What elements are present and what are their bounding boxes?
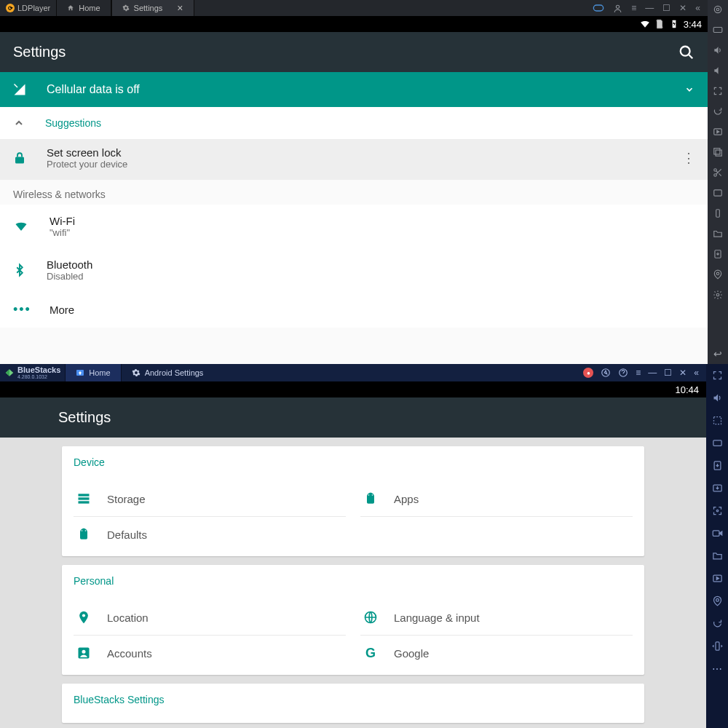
svg-rect-10 [716, 150, 721, 156]
crop-icon[interactable] [712, 415, 723, 426]
install-apk-icon[interactable] [712, 460, 723, 471]
svg-point-25 [372, 494, 373, 496]
location-icon[interactable] [712, 596, 723, 606]
bluestacks-version: 4.280.0.1032 [17, 374, 60, 379]
location-sidebar-icon[interactable] [713, 269, 723, 280]
ldplayer-brand: ⟳ LDPlayer [0, 4, 56, 12]
ldplayer-toolbar-sidebar: ↩ [708, 0, 728, 364]
keyboard-controls-icon[interactable] [712, 438, 723, 448]
bs-minimize-icon[interactable]: — [648, 368, 657, 378]
search-icon[interactable] [678, 44, 695, 60]
maximize-icon[interactable]: ☐ [662, 3, 670, 13]
card-personal-head: Personal [74, 575, 633, 587]
bs-tab-android-settings[interactable]: Android Settings [121, 364, 214, 381]
screen-lock-sub: Protect your device [47, 159, 127, 170]
more-dots-icon[interactable]: ⋮ [682, 150, 695, 166]
setting-wifi[interactable]: Wi-Fi "wifi" [0, 205, 708, 248]
card-device-head: Device [74, 456, 633, 468]
tab-settings[interactable]: Settings × [111, 0, 194, 16]
play-icon[interactable] [713, 127, 723, 137]
suggestions-header[interactable]: Suggestions [0, 107, 708, 139]
rotate-icon[interactable] [712, 618, 723, 629]
screen-lock-title: Set screen lock [47, 146, 127, 159]
svg-rect-13 [714, 190, 722, 196]
notification-badge-icon[interactable]: ● [583, 368, 593, 378]
chevron-up-icon [13, 117, 25, 129]
item-defaults[interactable]: Defaults [74, 517, 346, 552]
card-device: Device Storage Apps Defaults [62, 446, 644, 556]
tab-home[interactable]: Home [56, 0, 111, 16]
card-bluestacks-settings: BlueStacks Settings [62, 684, 644, 723]
no-sim-icon [654, 19, 665, 29]
bluestacks-logo-icon [4, 368, 15, 378]
svg-point-3 [681, 46, 690, 55]
shake-icon[interactable] [712, 641, 723, 652]
item-accounts[interactable]: Accounts [74, 636, 346, 670]
compass-icon[interactable] [601, 368, 611, 378]
user-icon[interactable] [613, 4, 622, 13]
cellular-banner-label: Cellular data is off [47, 83, 140, 96]
more-title: More [50, 304, 74, 316]
screenshot-sidebar-icon[interactable] [713, 188, 723, 198]
item-location[interactable]: Location [74, 600, 346, 636]
minimize-icon[interactable]: — [645, 3, 654, 13]
bluestacks-brand: BlueStacks 4.280.0.1032 [0, 366, 65, 379]
battery-charging-icon [669, 19, 679, 29]
screenshot-icon[interactable] [712, 483, 723, 494]
svg-rect-4 [15, 157, 24, 164]
return-icon[interactable]: ↩ [713, 348, 722, 360]
bs-tab-home[interactable]: Home [65, 364, 120, 381]
target-icon[interactable] [713, 4, 723, 15]
gear-icon [122, 4, 130, 12]
refresh-icon[interactable] [713, 106, 723, 116]
tab-close-icon[interactable]: × [177, 2, 183, 14]
more-tools-icon[interactable]: ⋯ [712, 663, 722, 675]
folder-icon[interactable] [712, 550, 723, 561]
svg-rect-37 [713, 531, 719, 537]
item-language[interactable]: Language & input [360, 600, 633, 636]
settings-sidebar-icon[interactable] [713, 290, 723, 300]
bs-close-icon[interactable]: ✕ [679, 368, 687, 378]
svg-rect-23 [79, 501, 90, 503]
fullscreen-icon[interactable] [713, 86, 723, 96]
volume-icon[interactable] [712, 392, 723, 403]
svg-point-1 [617, 5, 620, 8]
svg-point-17 [716, 293, 719, 296]
macro-icon[interactable] [712, 573, 723, 584]
setting-bluetooth[interactable]: Bluetooth Disabled [0, 248, 708, 292]
collapse-sidebar-icon[interactable]: « [695, 3, 700, 13]
card-bs-settings-head: BlueStacks Settings [74, 694, 633, 705]
scissors-icon[interactable] [713, 167, 723, 178]
suggestion-screen-lock[interactable]: Set screen lock Protect your device ⋮ [0, 139, 708, 180]
help-icon[interactable] [618, 368, 628, 378]
phone-rotate-icon[interactable] [713, 208, 723, 218]
bs-collapse-icon[interactable]: « [694, 368, 699, 378]
bs-menu-icon[interactable]: ≡ [636, 368, 641, 378]
menu-icon[interactable]: ≡ [631, 3, 636, 13]
item-apps[interactable]: Apps [360, 481, 633, 517]
svg-point-12 [714, 174, 717, 177]
ldplayer-logo-icon: ⟳ [6, 4, 15, 12]
focus-icon[interactable] [712, 505, 723, 516]
apk-icon[interactable] [713, 249, 723, 259]
item-google[interactable]: G Google [360, 636, 633, 670]
wifi-icon [640, 19, 650, 29]
close-window-icon[interactable]: ✕ [679, 3, 687, 13]
multi-window-icon[interactable] [713, 147, 723, 157]
globe-icon [363, 610, 378, 625]
volume-icon[interactable] [713, 45, 723, 55]
android-icon [76, 527, 91, 542]
folder-sidebar-icon[interactable] [713, 229, 723, 239]
item-storage[interactable]: Storage [74, 481, 346, 517]
record-icon[interactable] [712, 528, 723, 539]
gamepad-icon[interactable] [593, 4, 604, 12]
bs-maximize-icon[interactable]: ☐ [664, 368, 672, 378]
svg-rect-33 [713, 440, 721, 446]
fullscreen-icon[interactable] [712, 370, 723, 381]
setting-more[interactable]: ••• More [0, 292, 708, 328]
volume-down-icon[interactable] [713, 66, 723, 76]
keyboard-icon[interactable] [713, 25, 723, 35]
more-horizontal-icon: ••• [13, 302, 29, 317]
cellular-banner[interactable]: Cellular data is off [0, 72, 708, 107]
status-time: 3:44 [684, 19, 702, 30]
